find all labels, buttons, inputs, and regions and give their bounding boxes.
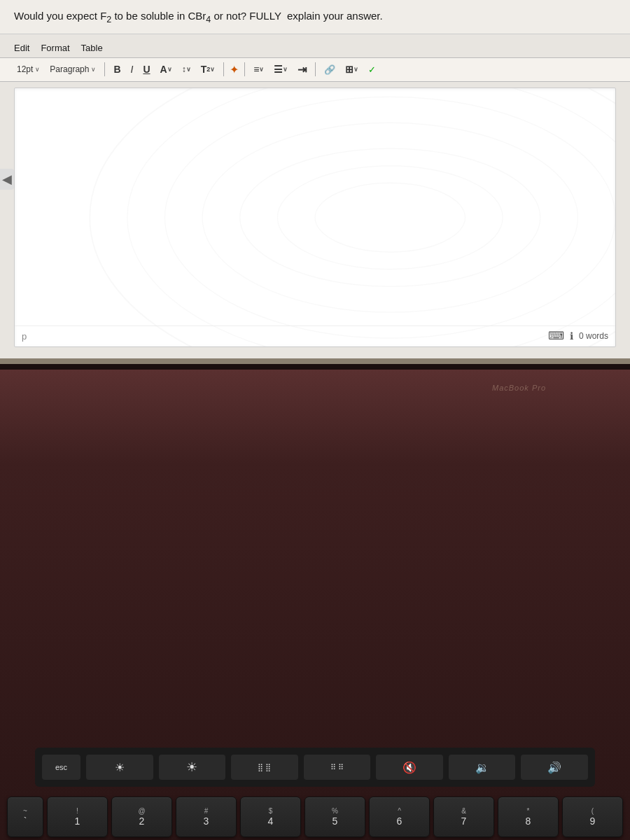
question-bar: Would you expect F2 to be soluble in CBr…: [0, 0, 630, 34]
touch-bar-launchpad[interactable]: ⠿ ⠿: [304, 755, 371, 780]
menu-table[interactable]: Table: [81, 43, 103, 53]
touch-bar: esc ☀ ☀ ⣿ ⣿ ⠿ ⠿ 🔇 🔉 🔊: [35, 748, 595, 787]
screen-area: Would you expect F2 to be soluble in CBr…: [0, 0, 630, 364]
macbook-body: MacBook Pro esc ☀ ☀ ⣿ ⣿ ⠿ ⠿ 🔇 🔉 🔊 ~ ` ! …: [0, 370, 630, 840]
divider-2: [223, 62, 224, 76]
key-9[interactable]: ( 9: [562, 797, 623, 837]
svg-point-2: [165, 97, 616, 338]
key-7[interactable]: & 7: [433, 797, 494, 837]
bold-button[interactable]: B: [111, 62, 123, 76]
font-size-select[interactable]: 12pt ∨: [14, 63, 43, 76]
font-color-chevron: ∨: [167, 66, 172, 73]
touch-bar-mute[interactable]: 🔇: [376, 755, 443, 780]
key-8[interactable]: * 8: [498, 797, 559, 837]
font-color-button[interactable]: A ∨: [158, 62, 175, 76]
editor-container: Edit Format Table 12pt ∨ Paragraph ∨ B I…: [0, 34, 630, 359]
svg-point-1: [127, 88, 615, 347]
word-count: 0 words: [579, 331, 608, 341]
superscript-button[interactable]: T2 ∨: [198, 62, 218, 76]
key-4[interactable]: $ 4: [240, 797, 301, 837]
sidebar-toggle[interactable]: ◀: [0, 169, 14, 190]
question-text: Would you expect F2 to be soluble in CBr…: [14, 8, 616, 27]
keyboard-icon: ⌨: [548, 329, 564, 342]
touch-bar-mission-control[interactable]: ⣿ ⣿: [231, 755, 298, 780]
key-2[interactable]: @ 2: [111, 797, 172, 837]
key-5[interactable]: % 5: [304, 797, 365, 837]
touch-bar-brightness-up[interactable]: ☀: [159, 755, 226, 780]
menu-edit[interactable]: Edit: [14, 43, 29, 53]
key-tilde[interactable]: ~ `: [7, 797, 43, 837]
keyboard-area: ~ ` ! 1 @ 2 # 3 $ 4 % 5: [7, 797, 623, 819]
touch-bar-brightness-down[interactable]: ☀: [86, 755, 153, 780]
menu-bar: Edit Format Table: [14, 40, 616, 57]
divider-1: [104, 62, 105, 76]
editor-bottom-bar: p ⌨ ℹ 0 words: [15, 326, 615, 346]
italic-button[interactable]: I: [128, 62, 136, 76]
menu-format[interactable]: Format: [41, 43, 69, 53]
list-button[interactable]: ☰∨: [271, 62, 290, 76]
move-icon[interactable]: ✦: [230, 63, 239, 76]
macbook-label: MacBook Pro: [492, 384, 546, 392]
align-left-button[interactable]: ≡∨: [251, 62, 267, 76]
spell-check-button[interactable]: ✓: [365, 63, 379, 76]
svg-point-3: [202, 122, 578, 312]
toolbar: 12pt ∨ Paragraph ∨ B I U A ∨ ↕ ∨: [0, 57, 630, 82]
touch-bar-volume-down[interactable]: 🔉: [449, 755, 516, 780]
key-3[interactable]: # 3: [176, 797, 237, 837]
link-button[interactable]: 🔗: [321, 63, 338, 76]
writing-area[interactable]: p ⌨ ℹ 0 words: [14, 88, 616, 348]
svg-point-6: [315, 183, 465, 252]
word-count-area: ⌨ ℹ 0 words: [548, 329, 608, 342]
number-row: ~ ` ! 1 @ 2 # 3 $ 4 % 5: [7, 797, 623, 837]
svg-point-5: [277, 165, 503, 269]
font-size-chevron: ∨: [35, 66, 40, 73]
style-select[interactable]: Paragraph ∨: [47, 63, 99, 76]
cursor-indicator: p: [22, 331, 27, 342]
touch-bar-volume-up[interactable]: 🔊: [521, 755, 588, 780]
indent-button[interactable]: ⇥: [295, 62, 309, 78]
table-button[interactable]: ⊞ ∨: [342, 62, 361, 76]
svg-point-0: [90, 88, 615, 347]
touch-bar-esc[interactable]: esc: [42, 755, 80, 780]
underline-button[interactable]: U: [140, 62, 153, 76]
screen-inner: Would you expect F2 to be soluble in CBr…: [0, 0, 630, 358]
background-pattern: [15, 88, 615, 347]
style-chevron: ∨: [91, 66, 96, 73]
line-spacing-button[interactable]: ↕ ∨: [179, 63, 194, 76]
info-icon: ℹ: [570, 330, 573, 342]
divider-4: [315, 62, 316, 76]
key-1[interactable]: ! 1: [47, 797, 108, 837]
key-6[interactable]: ^ 6: [369, 797, 430, 837]
divider-3: [244, 62, 245, 76]
svg-point-4: [240, 148, 540, 286]
